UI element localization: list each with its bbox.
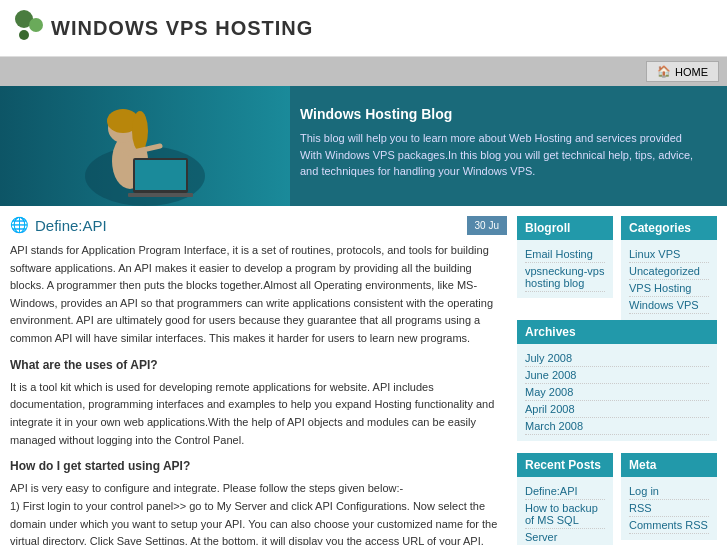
home-button[interactable]: 🏠 HOME <box>646 61 719 82</box>
blogroll-content: Email Hosting vpsneckung-vps hosting blo… <box>517 240 613 298</box>
home-icon: 🏠 <box>657 65 671 78</box>
recent-posts-content: Define:API How to backup of MS SQL Serve… <box>517 477 613 545</box>
post-title: 🌐 Define:API <box>10 216 457 234</box>
content-area: 30 Ju 🌐 Define:API API stands for Applic… <box>10 216 517 545</box>
home-label: HOME <box>675 66 708 78</box>
post-paragraph-1: API stands for Application Program Inter… <box>10 242 507 348</box>
site-title: WINDOWS VPS HOSTING <box>51 17 313 40</box>
meta-link-1[interactable]: RSS <box>629 500 709 517</box>
meta-content: Log in RSS Comments RSS <box>621 477 717 540</box>
post-paragraph-2: It is a tool kit which is used for devel… <box>10 379 507 449</box>
archive-link-3[interactable]: April 2008 <box>525 401 709 418</box>
globe-icon: 🌐 <box>10 216 29 234</box>
archive-link-2[interactable]: May 2008 <box>525 384 709 401</box>
post-title-text[interactable]: Define:API <box>35 217 107 234</box>
navbar: 🏠 HOME <box>0 57 727 86</box>
hero-text: Windows Hosting Blog This blog will help… <box>300 106 697 180</box>
header: WINDOWS VPS HOSTING <box>0 0 727 57</box>
category-link-1[interactable]: Uncategorized <box>629 263 709 280</box>
recent-post-2[interactable]: Server database for Windows... <box>525 529 605 545</box>
post-paragraph-4: 1) First login to your control panel>> g… <box>10 498 507 545</box>
archives-title: Archives <box>517 320 717 344</box>
meta-widget: Meta Log in RSS Comments RSS <box>621 453 717 545</box>
hero-illustration <box>45 86 245 206</box>
sidebar: Blogroll Email Hosting vpsneckung-vps ho… <box>517 216 717 545</box>
hero-banner: Windows Hosting Blog This blog will help… <box>0 86 727 206</box>
category-link-2[interactable]: VPS Hosting <box>629 280 709 297</box>
categories-content: Linux VPS Uncategorized VPS Hosting Wind… <box>621 240 717 320</box>
sidebar-meta-recent: Recent Posts Define:API How to backup of… <box>517 453 717 545</box>
archives-widget: Archives July 2008 June 2008 May 2008 Ap… <box>517 320 717 441</box>
post-date-badge: 30 Ju <box>467 216 507 235</box>
blogroll-link-1[interactable]: vpsneckung-vps hosting blog <box>525 263 605 292</box>
main-layout: 30 Ju 🌐 Define:API API stands for Applic… <box>0 206 727 545</box>
hero-description: This blog will help you to learn more ab… <box>300 130 697 180</box>
svg-rect-7 <box>128 193 193 197</box>
archive-link-1[interactable]: June 2008 <box>525 367 709 384</box>
category-link-3[interactable]: Windows VPS <box>629 297 709 314</box>
svg-point-4 <box>132 111 148 151</box>
blogroll-link-0[interactable]: Email Hosting <box>525 246 605 263</box>
sidebar-top-widgets: Blogroll Email Hosting vpsneckung-vps ho… <box>517 216 717 320</box>
post-subtitle-2: How do I get started using API? <box>10 457 507 476</box>
svg-rect-6 <box>135 160 186 190</box>
archive-link-0[interactable]: July 2008 <box>525 350 709 367</box>
hero-title: Windows Hosting Blog <box>300 106 697 122</box>
meta-link-0[interactable]: Log in <box>629 483 709 500</box>
categories-title: Categories <box>621 216 717 240</box>
post-paragraph-3: API is very easy to configure and integr… <box>10 480 507 498</box>
recent-post-0[interactable]: Define:API <box>525 483 605 500</box>
meta-link-2[interactable]: Comments RSS <box>629 517 709 534</box>
archives-content: July 2008 June 2008 May 2008 April 2008 … <box>517 344 717 441</box>
post-subtitle-1: What are the uses of API? <box>10 356 507 375</box>
archive-link-4[interactable]: March 2008 <box>525 418 709 435</box>
logo-icon <box>15 10 51 46</box>
recent-post-1[interactable]: How to backup of MS SQL <box>525 500 605 529</box>
recent-posts-title: Recent Posts <box>517 453 613 477</box>
recent-posts-widget: Recent Posts Define:API How to backup of… <box>517 453 613 545</box>
post-body: API stands for Application Program Inter… <box>10 242 507 545</box>
meta-title: Meta <box>621 453 717 477</box>
blogroll-widget: Blogroll Email Hosting vpsneckung-vps ho… <box>517 216 613 320</box>
categories-widget: Categories Linux VPS Uncategorized VPS H… <box>621 216 717 320</box>
category-link-0[interactable]: Linux VPS <box>629 246 709 263</box>
hero-image <box>0 86 290 206</box>
blogroll-title: Blogroll <box>517 216 613 240</box>
